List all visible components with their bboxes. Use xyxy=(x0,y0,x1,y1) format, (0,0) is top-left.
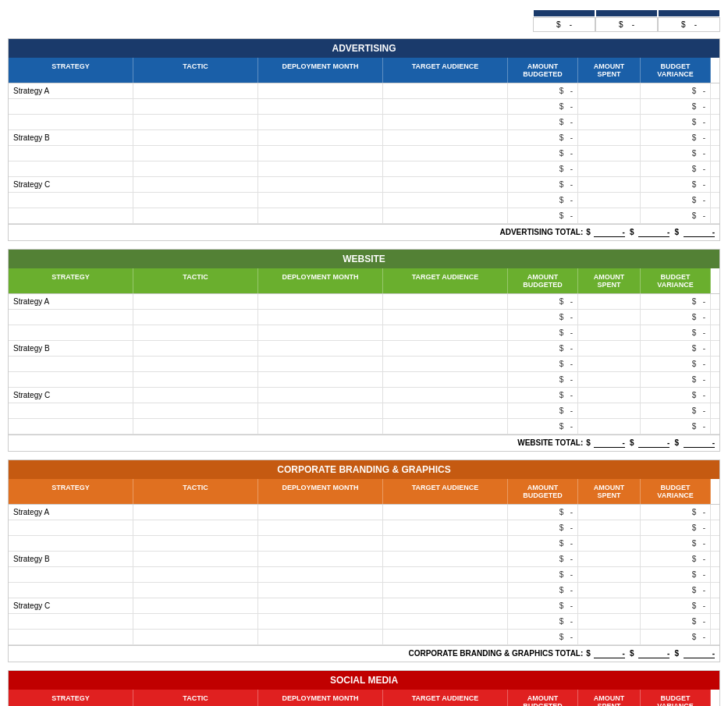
budget-variance-cell[interactable]: $ - xyxy=(641,536,711,551)
amount-budgeted-cell[interactable]: $ - xyxy=(508,614,578,629)
amount-budgeted-cell[interactable]: $ - xyxy=(508,310,578,325)
deployment-month-cell[interactable] xyxy=(258,567,383,582)
deployment-month-cell[interactable] xyxy=(258,115,383,129)
amount-budgeted-cell[interactable]: $ - xyxy=(508,630,578,644)
target-audience-cell[interactable] xyxy=(383,193,508,208)
amount-budgeted-cell[interactable]: $ - xyxy=(508,567,578,582)
tactic-cell[interactable] xyxy=(133,583,258,598)
amount-spent-cell[interactable] xyxy=(578,505,641,520)
strategy-cell[interactable]: Strategy C xyxy=(9,598,133,613)
strategy-cell[interactable]: Strategy A xyxy=(9,294,133,309)
strategy-cell[interactable] xyxy=(9,161,133,176)
amount-spent-cell[interactable] xyxy=(578,419,641,434)
strategy-cell[interactable]: Strategy A xyxy=(9,83,133,98)
deployment-month-cell[interactable] xyxy=(258,552,383,566)
budget-variance-cell[interactable]: $ - xyxy=(641,325,711,340)
deployment-month-cell[interactable] xyxy=(258,403,383,418)
target-audience-cell[interactable] xyxy=(383,505,508,520)
target-audience-cell[interactable] xyxy=(383,614,508,629)
strategy-cell[interactable] xyxy=(9,630,133,644)
tactic-cell[interactable] xyxy=(133,403,258,418)
deployment-month-cell[interactable] xyxy=(258,598,383,613)
target-audience-cell[interactable] xyxy=(383,325,508,340)
strategy-cell[interactable] xyxy=(9,208,133,223)
deployment-month-cell[interactable] xyxy=(258,83,383,98)
amount-budgeted-cell[interactable]: $ - xyxy=(508,208,578,223)
strategy-cell[interactable] xyxy=(9,372,133,387)
strategy-cell[interactable] xyxy=(9,614,133,629)
budget-variance-cell[interactable]: $ - xyxy=(641,161,711,176)
strategy-cell[interactable]: Strategy C xyxy=(9,388,133,403)
target-audience-cell[interactable] xyxy=(383,83,508,98)
deployment-month-cell[interactable] xyxy=(258,536,383,551)
budget-variance-cell[interactable]: $ - xyxy=(641,146,711,161)
budget-variance-cell[interactable]: $ - xyxy=(641,130,711,145)
amount-spent-cell[interactable] xyxy=(578,325,641,340)
amount-budgeted-cell[interactable]: $ - xyxy=(508,372,578,387)
amount-budgeted-cell[interactable]: $ - xyxy=(508,403,578,418)
tactic-cell[interactable] xyxy=(133,341,258,356)
amount-budgeted-cell[interactable]: $ - xyxy=(508,193,578,208)
amount-budgeted-cell[interactable]: $ - xyxy=(508,83,578,98)
target-audience-cell[interactable] xyxy=(383,372,508,387)
strategy-cell[interactable] xyxy=(9,193,133,208)
target-audience-cell[interactable] xyxy=(383,520,508,535)
budget-variance-cell[interactable]: $ - xyxy=(641,567,711,582)
tactic-cell[interactable] xyxy=(133,419,258,434)
amount-budgeted-cell[interactable]: $ - xyxy=(508,146,578,161)
amount-spent-cell[interactable] xyxy=(578,161,641,176)
deployment-month-cell[interactable] xyxy=(258,193,383,208)
amount-budgeted-cell[interactable]: $ - xyxy=(508,552,578,566)
amount-spent-cell[interactable] xyxy=(578,341,641,356)
amount-budgeted-cell[interactable]: $ - xyxy=(508,388,578,403)
strategy-cell[interactable] xyxy=(9,146,133,161)
deployment-month-cell[interactable] xyxy=(258,419,383,434)
amount-budgeted-cell[interactable]: $ - xyxy=(508,505,578,520)
target-audience-cell[interactable] xyxy=(383,99,508,114)
target-audience-cell[interactable] xyxy=(383,208,508,223)
budget-variance-cell[interactable]: $ - xyxy=(641,583,711,598)
amount-budgeted-cell[interactable]: $ - xyxy=(508,583,578,598)
amount-spent-cell[interactable] xyxy=(578,614,641,629)
deployment-month-cell[interactable] xyxy=(258,520,383,535)
deployment-month-cell[interactable] xyxy=(258,177,383,192)
target-audience-cell[interactable] xyxy=(383,598,508,613)
amount-spent-cell[interactable] xyxy=(578,552,641,566)
tactic-cell[interactable] xyxy=(133,146,258,161)
target-audience-cell[interactable] xyxy=(383,130,508,145)
amount-budgeted-cell[interactable]: $ - xyxy=(508,536,578,551)
amount-spent-cell[interactable] xyxy=(578,372,641,387)
target-audience-cell[interactable] xyxy=(383,310,508,325)
tactic-cell[interactable] xyxy=(133,130,258,145)
budget-variance-cell[interactable]: $ - xyxy=(641,83,711,98)
tactic-cell[interactable] xyxy=(133,598,258,613)
target-audience-cell[interactable] xyxy=(383,552,508,566)
budget-variance-cell[interactable]: $ - xyxy=(641,208,711,223)
budget-variance-cell[interactable]: $ - xyxy=(641,357,711,371)
deployment-month-cell[interactable] xyxy=(258,357,383,371)
strategy-cell[interactable] xyxy=(9,403,133,418)
deployment-month-cell[interactable] xyxy=(258,583,383,598)
amount-budgeted-cell[interactable]: $ - xyxy=(508,520,578,535)
budget-variance-cell[interactable]: $ - xyxy=(641,341,711,356)
deployment-month-cell[interactable] xyxy=(258,388,383,403)
tactic-cell[interactable] xyxy=(133,83,258,98)
tactic-cell[interactable] xyxy=(133,630,258,644)
amount-spent-cell[interactable] xyxy=(578,115,641,129)
amount-budgeted-cell[interactable]: $ - xyxy=(508,325,578,340)
budget-variance-cell[interactable]: $ - xyxy=(641,630,711,644)
deployment-month-cell[interactable] xyxy=(258,505,383,520)
target-audience-cell[interactable] xyxy=(383,294,508,309)
strategy-cell[interactable] xyxy=(9,325,133,340)
deployment-month-cell[interactable] xyxy=(258,161,383,176)
tactic-cell[interactable] xyxy=(133,325,258,340)
tactic-cell[interactable] xyxy=(133,614,258,629)
target-audience-cell[interactable] xyxy=(383,357,508,371)
budget-variance-cell[interactable]: $ - xyxy=(641,419,711,434)
amount-spent-cell[interactable] xyxy=(578,208,641,223)
strategy-cell[interactable] xyxy=(9,567,133,582)
amount-budgeted-cell[interactable]: $ - xyxy=(508,99,578,114)
strategy-cell[interactable] xyxy=(9,357,133,371)
target-audience-cell[interactable] xyxy=(383,161,508,176)
amount-budgeted-cell[interactable]: $ - xyxy=(508,115,578,129)
